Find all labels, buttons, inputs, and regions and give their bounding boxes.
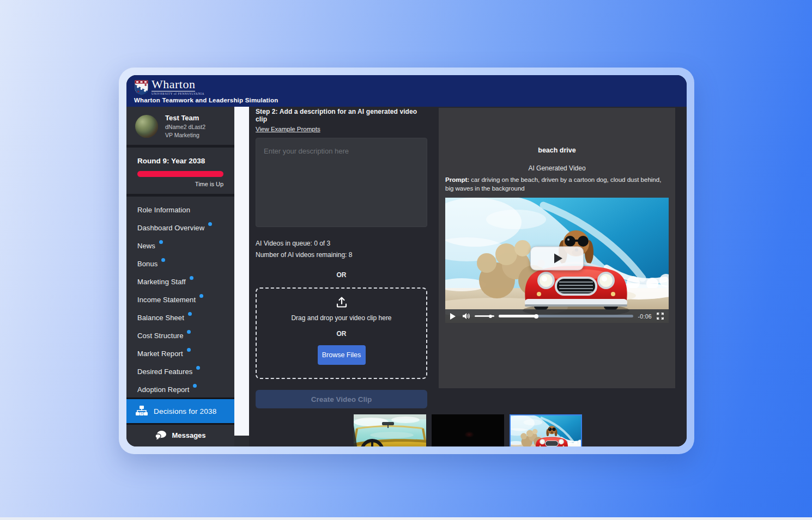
sidebar-item-desired-features[interactable]: Desired Features [126, 362, 234, 380]
remaining-status: Number of AI videos remaining: 8 [256, 251, 427, 259]
description-input[interactable] [256, 138, 427, 227]
notification-dot [190, 276, 193, 280]
sidebar-item-decisions[interactable]: ? Decisions for 2038 [126, 399, 234, 423]
round-label: Round 9: Year 2038 [137, 157, 223, 165]
notification-dot [196, 366, 200, 370]
round-timer: Time is Up [137, 181, 223, 187]
video-form: Step 2: Add a description for an AI gene… [256, 108, 427, 408]
dropzone-text: Drag and drop your video clip here [291, 314, 391, 322]
video-controls: -0:06 [445, 309, 669, 323]
sidebar-item-balance-sheet[interactable]: Balance Sheet [126, 308, 234, 326]
time-remaining: -0:06 [638, 313, 652, 320]
team-member: dName2 dLast2 [165, 124, 205, 130]
team-role: VP Marketing [165, 132, 205, 138]
sidebar: Test Team dName2 dLast2 VP Marketing Rou… [126, 107, 234, 446]
messages-label: Messages [172, 431, 205, 439]
view-example-prompts-link[interactable]: View Example Prompts [256, 126, 320, 132]
team-avatar [135, 115, 158, 138]
create-video-clip-button[interactable]: Create Video Clip [256, 390, 427, 408]
app-header: Wharton UNIVERSITY of PENNSYLVANIA Whart… [126, 75, 687, 107]
notification-dot [193, 384, 197, 388]
notification-dot [187, 330, 191, 334]
thumbnail-black-frame[interactable] [432, 414, 504, 446]
volume-icon[interactable] [462, 313, 470, 320]
sidebar-item-news[interactable]: News [126, 236, 234, 254]
wharton-university-line: UNIVERSITY of PENNSYLVANIA [152, 92, 204, 95]
sidebar-item-dashboard-overview[interactable]: Dashboard Overview [126, 218, 234, 236]
thumbnail-car-interior[interactable] [354, 414, 426, 446]
thumbnail-beach-drive[interactable] [510, 414, 582, 446]
video-prompt: Prompt: car driving on the beach, driven… [445, 176, 669, 193]
video-thumbnails [249, 414, 687, 446]
notification-dot [187, 348, 191, 352]
step-label: Step 2: Add a description for an AI gene… [256, 108, 427, 123]
sidebar-item-income-statement[interactable]: Income Statement [126, 290, 234, 308]
page-bottom-strip [0, 517, 812, 520]
app-title: Wharton Teamwork and Leadership Simulati… [134, 97, 687, 103]
sidebar-item-bonus[interactable]: Bonus [126, 254, 234, 272]
round-progress-bar [137, 171, 223, 177]
notification-dot [208, 222, 212, 226]
app-window: Wharton UNIVERSITY of PENNSYLVANIA Whart… [126, 75, 687, 446]
upload-icon [335, 296, 348, 309]
seek-progress [499, 315, 536, 317]
file-dropzone[interactable]: Drag and drop your video clip here OR Br… [256, 287, 427, 379]
wharton-shield-icon [134, 79, 149, 95]
notification-dot [199, 294, 203, 298]
team-info: Test Team dName2 dLast2 VP Marketing [126, 107, 234, 148]
wharton-brand: Wharton [152, 79, 195, 91]
volume-knob[interactable] [489, 315, 492, 318]
app-window-frame: Wharton UNIVERSITY of PENNSYLVANIA Whart… [119, 68, 694, 454]
wharton-logo: Wharton UNIVERSITY of PENNSYLVANIA [134, 79, 687, 95]
round-section: Round 9: Year 2038 Time is Up [126, 148, 234, 197]
round-progress-track [137, 171, 223, 177]
queue-status: AI Videos in queue: 0 of 3 [256, 240, 427, 247]
scroll-gutter [234, 107, 249, 446]
org-chart-icon: ? [135, 405, 148, 418]
video-preview-panel: beach drive AI Generated Video Prompt: c… [439, 108, 675, 388]
play-icon [554, 254, 562, 264]
play-button[interactable] [450, 313, 456, 320]
sidebar-item-market-report[interactable]: Market Report [126, 344, 234, 362]
video-player[interactable]: -0:06 [445, 198, 669, 323]
scrollbar-track[interactable] [234, 107, 249, 436]
seek-bar[interactable] [499, 315, 633, 317]
play-overlay-button[interactable] [530, 247, 584, 271]
video-subtitle: AI Generated Video [439, 164, 675, 172]
sidebar-menu: Role Information Dashboard Overview News… [126, 197, 234, 397]
volume-slider[interactable] [475, 315, 494, 317]
sidebar-item-cost-structure[interactable]: Cost Structure [126, 326, 234, 344]
or-separator-2: OR [337, 330, 347, 338]
sidebar-item-role-information[interactable]: Role Information [126, 201, 234, 218]
browse-files-button[interactable]: Browse Files [318, 345, 366, 365]
sidebar-item-marketing-staff[interactable]: Marketing Staff [126, 272, 234, 290]
or-separator: OR [256, 271, 427, 279]
svg-text:?: ? [141, 412, 142, 415]
messages-icon [155, 430, 167, 440]
seek-knob[interactable] [534, 314, 538, 319]
sidebar-item-messages[interactable]: Messages [126, 425, 234, 446]
fullscreen-icon[interactable] [657, 313, 664, 320]
notification-dot [159, 240, 163, 244]
sidebar-item-adoption-report[interactable]: Adoption Report [126, 380, 234, 397]
video-title: beach drive [439, 146, 675, 154]
main-content: Step 2: Add a description for an AI gene… [249, 107, 687, 446]
notification-dot [161, 258, 165, 262]
team-name: Test Team [165, 114, 205, 122]
notification-dot [188, 312, 192, 316]
decisions-label: Decisions for 2038 [154, 407, 216, 415]
